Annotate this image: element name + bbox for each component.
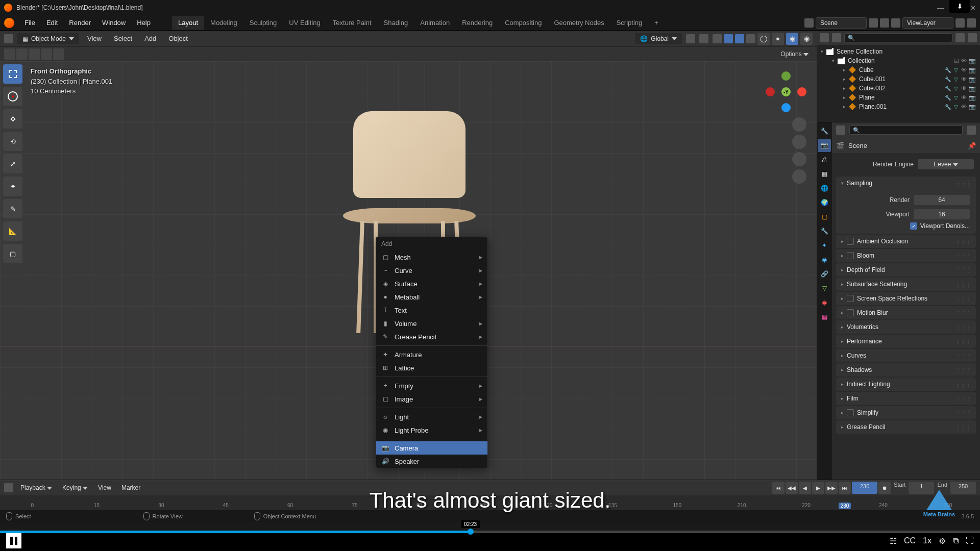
solid-shading-icon[interactable]: ● — [772, 33, 784, 45]
eye-icon[interactable]: 👁 — [961, 85, 967, 92]
render-samples-input[interactable]: 64 — [914, 195, 970, 205]
tree-item-cube001[interactable]: ▸Cube.001🔧▽👁📷 — [819, 74, 978, 84]
scene-breadcrumb[interactable]: Scene — [848, 142, 867, 149]
add-speaker[interactable]: 🔊Speaker — [376, 455, 487, 468]
layer-browse-icon[interactable] — [891, 18, 900, 28]
render-toggle[interactable]: 📷 — [969, 67, 976, 73]
menu-window[interactable]: Window — [97, 17, 131, 29]
tab-uv-editing[interactable]: UV Editing — [283, 16, 326, 30]
menu-edit[interactable]: Edit — [41, 17, 63, 29]
select-box-tool[interactable] — [3, 64, 22, 84]
add-light-probe[interactable]: ◉Light Probe — [376, 423, 487, 437]
prop-tab-data[interactable]: ▽ — [818, 282, 831, 295]
select-tool-4[interactable] — [41, 48, 52, 60]
overlay-toggle-icon[interactable] — [735, 34, 744, 43]
prop-tab-particle[interactable]: ✦ — [818, 239, 831, 252]
gizmo-axis-z[interactable] — [781, 103, 791, 112]
prev-keyframe-icon[interactable]: ◀◀ — [786, 482, 798, 494]
snap-icon[interactable] — [686, 34, 695, 43]
add-metaball[interactable]: ●Metaball — [376, 290, 487, 304]
blender-logo-icon[interactable] — [4, 18, 14, 28]
ao-panel-header[interactable]: ▸Ambient Occlusion⋮⋮⋮ — [836, 235, 976, 248]
modifier-icon[interactable]: 🔧 — [945, 86, 951, 91]
modifier-icon[interactable]: 🔧 — [945, 95, 951, 101]
tab-animation[interactable]: Animation — [414, 16, 456, 30]
select-tool-5[interactable] — [53, 48, 64, 60]
tab-rendering[interactable]: Rendering — [456, 16, 499, 30]
simplify-checkbox[interactable] — [847, 409, 854, 416]
mesh-data-icon[interactable]: ▽ — [954, 104, 958, 110]
tree-item-plane001[interactable]: ▸Plane.001🔧▽👁📷 — [819, 102, 978, 111]
layer-new-icon[interactable] — [955, 18, 965, 28]
tree-item-cube[interactable]: ▸Cube🔧▽👁📷 — [819, 65, 978, 74]
play-icon[interactable]: ▶ — [812, 482, 824, 494]
tab-sculpting[interactable]: Sculpting — [243, 16, 283, 30]
tl-marker-menu[interactable]: Marker — [118, 482, 143, 493]
move-tool[interactable]: ✥ — [3, 109, 22, 129]
select-tool-1[interactable] — [4, 48, 15, 60]
prop-tab-render[interactable]: 📷 — [818, 139, 831, 152]
render-toggle[interactable]: 📷 — [969, 76, 976, 83]
pause-button[interactable] — [6, 533, 21, 548]
prop-tab-modifier[interactable]: 🔧 — [818, 224, 831, 238]
gizmo-axis-x[interactable] — [797, 87, 806, 96]
exclude-toggle[interactable]: ☑ — [954, 58, 959, 64]
navigation-gizmo[interactable]: -Y — [766, 71, 806, 112]
viewport-menu-select[interactable]: Select — [110, 33, 136, 44]
outliner-search[interactable] — [844, 33, 952, 42]
prop-tab-tool[interactable]: 🔧 — [818, 124, 831, 138]
mesh-data-icon[interactable]: ▽ — [954, 86, 958, 91]
ao-checkbox[interactable] — [847, 238, 854, 245]
settings-icon[interactable]: ⚙ — [939, 536, 946, 546]
viewport-menu-view[interactable]: View — [83, 33, 106, 44]
render-toggle[interactable]: 📷 — [969, 104, 976, 110]
rendered-shading-icon[interactable]: ◉ — [800, 33, 813, 45]
prop-tab-world[interactable]: 🌍 — [818, 196, 831, 209]
video-progress-bar[interactable]: 02:23 — [0, 531, 980, 533]
download-indicator[interactable]: ⬇ — [949, 0, 970, 13]
menu-help[interactable]: Help — [132, 17, 156, 29]
viewlayer-input[interactable] — [902, 17, 953, 29]
cursor-tool[interactable] — [3, 87, 22, 106]
add-empty[interactable]: +Empty — [376, 379, 487, 392]
eye-icon[interactable]: 👁 — [961, 67, 967, 73]
tab-scripting[interactable]: Scripting — [610, 16, 649, 30]
simplify-panel-header[interactable]: ▸Simplify⋮⋮⋮ — [836, 406, 976, 419]
menu-file[interactable]: File — [19, 17, 40, 29]
perspective-icon[interactable] — [792, 169, 806, 184]
bloom-checkbox[interactable] — [847, 252, 854, 259]
proportional-icon[interactable] — [699, 34, 708, 43]
add-lattice[interactable]: ⊞Lattice — [376, 361, 487, 374]
gizmo-axis-neg-x[interactable] — [766, 87, 775, 96]
tab-geometry-nodes[interactable]: Geometry Nodes — [548, 16, 610, 30]
jump-end-icon[interactable]: ⏭ — [839, 482, 851, 494]
speed-icon[interactable]: 1x — [923, 536, 932, 545]
ssr-panel-header[interactable]: ▸Screen Space Reflections⋮⋮⋮ — [836, 292, 976, 305]
render-engine-selector[interactable]: Eevee — [918, 159, 974, 169]
camera-view-icon[interactable] — [792, 152, 806, 166]
viewport-menu-object[interactable]: Object — [164, 33, 192, 44]
modifier-icon[interactable]: 🔧 — [945, 77, 951, 82]
add-surface[interactable]: ◈Surface — [376, 277, 487, 290]
xray-icon[interactable] — [746, 34, 755, 43]
transform-tool[interactable]: ✦ — [3, 177, 22, 196]
options-dropdown[interactable]: Options — [776, 48, 813, 60]
outliner-display-icon[interactable] — [832, 33, 841, 42]
sampling-panel-header[interactable]: ▾Sampling⋮⋮⋮ — [836, 177, 976, 190]
motion-blur-panel-header[interactable]: ▸Motion Blur⋮⋮⋮ — [836, 306, 976, 319]
sss-panel-header[interactable]: ▸Subsurface Scattering⋮⋮⋮ — [836, 278, 976, 291]
prop-tab-viewlayer[interactable]: ▦ — [818, 167, 831, 181]
scale-tool[interactable]: ⤢ — [3, 154, 22, 173]
play-reverse-icon[interactable]: ◀ — [799, 482, 811, 494]
viewport-samples-input[interactable]: 16 — [914, 209, 970, 219]
material-shading-icon[interactable]: ◉ — [786, 33, 798, 45]
orientation-selector[interactable]: 🌐 Global — [635, 33, 682, 44]
add-image[interactable]: ▢Image — [376, 392, 487, 406]
properties-type-icon[interactable] — [836, 126, 845, 135]
timeline-type-icon[interactable] — [4, 483, 13, 492]
outliner-filter-icon[interactable] — [955, 33, 965, 42]
next-keyframe-icon[interactable]: ▶▶ — [825, 482, 838, 494]
current-frame-input[interactable]: 230 — [852, 482, 877, 494]
scene-delete-icon[interactable] — [880, 18, 889, 28]
pan-icon[interactable] — [792, 135, 806, 149]
